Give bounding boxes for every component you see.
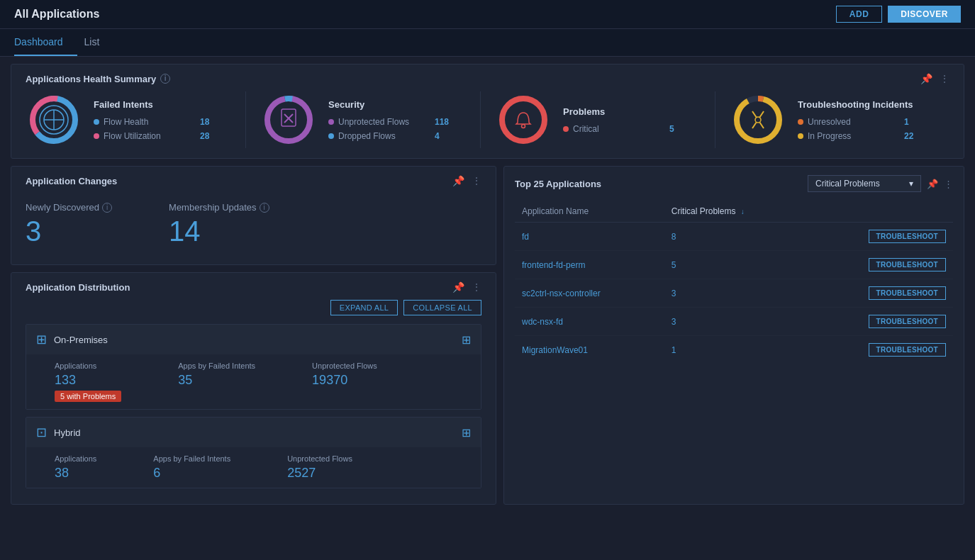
hybrid-apps-failed: Apps by Failed Intents 6: [153, 454, 230, 481]
tab-dashboard[interactable]: Dashboard: [14, 29, 77, 56]
pin-icon[interactable]: 📌: [920, 73, 932, 84]
flow-health-value: 18: [200, 117, 209, 127]
hybrid-applications: Applications 38: [55, 454, 96, 481]
flow-health-dot: [94, 119, 99, 125]
app-changes-pin-icon[interactable]: 📌: [452, 175, 464, 186]
critical-count[interactable]: 1: [672, 345, 676, 355]
dropped-flows-label: Dropped Flows: [338, 131, 430, 141]
col-actions: [805, 201, 953, 223]
newly-discovered-metric: Newly Discovered i 3: [26, 202, 112, 247]
troubleshooting-title: Troubleshooting Incidents: [798, 99, 913, 110]
membership-updates-info-icon[interactable]: i: [260, 203, 269, 213]
unresolved-dot: [798, 119, 803, 125]
unresolved-row: Unresolved 1: [798, 117, 913, 127]
app-name-link[interactable]: frontend-fd-perm: [522, 260, 585, 270]
unresolved-value: 1: [904, 117, 909, 127]
flow-utilization-value: 28: [200, 131, 209, 141]
top25-more-icon[interactable]: ⋮: [944, 179, 953, 189]
membership-updates-metric: Membership Updates i 14: [169, 202, 269, 247]
critical-dot: [563, 126, 569, 132]
flow-utilization-label: Flow Utilization: [104, 131, 196, 141]
problems-donut: [495, 91, 552, 148]
on-premises-group: ⊞ On-Premises ⊞ Applications 133 5 with …: [26, 324, 481, 410]
dist-actions: EXPAND ALL COLLAPSE ALL: [26, 300, 481, 315]
top25-pin-icon[interactable]: 📌: [927, 179, 938, 189]
security-donut: [260, 91, 317, 148]
troubleshoot-button[interactable]: TROUBLESHOOT: [869, 315, 947, 328]
hybrid-icon: ⊡: [36, 425, 47, 440]
app-name-cell: MigrationWave01: [515, 336, 664, 364]
discover-button[interactable]: DISCOVER: [888, 6, 961, 23]
flow-health-row: Flow Health 18: [94, 117, 209, 127]
bottom-row: Application Changes 📌 ⋮ Newly Discovered…: [11, 166, 964, 505]
critical-count[interactable]: 3: [672, 289, 676, 298]
flow-health-label: Flow Health: [104, 117, 196, 127]
failed-intents-donut: [26, 91, 82, 148]
tab-list[interactable]: List: [84, 29, 114, 56]
critical-count[interactable]: 5: [672, 260, 676, 270]
on-premises-expand-btn[interactable]: ⊞: [462, 333, 471, 347]
app-name-cell: sc2ctrl-nsx-controller: [515, 279, 664, 308]
troubleshoot-button[interactable]: TROUBLESHOOT: [869, 258, 947, 271]
security-title: Security: [328, 99, 449, 110]
more-icon[interactable]: ⋮: [940, 73, 949, 84]
health-summary-info-icon[interactable]: i: [160, 74, 170, 84]
on-premises-metrics: Applications 133 5 with Problems Apps by…: [26, 354, 481, 409]
in-progress-value: 22: [904, 131, 913, 141]
hybrid-expand-btn[interactable]: ⊞: [462, 426, 471, 439]
health-summary-header: Applications Health Summary i 📌 ⋮: [26, 73, 949, 84]
app-name-link[interactable]: fd: [522, 232, 529, 242]
add-button[interactable]: ADD: [836, 6, 883, 23]
troubleshoot-button[interactable]: TROUBLESHOOT: [869, 343, 947, 357]
unprotected-flows-dot: [328, 119, 334, 125]
troubleshoot-button[interactable]: TROUBLESHOOT: [869, 286, 947, 300]
collapse-all-button[interactable]: COLLAPSE ALL: [403, 300, 481, 315]
troubleshooting-section: Troubleshooting Incidents Unresolved 1 I…: [730, 91, 949, 148]
header-buttons: ADD DISCOVER: [836, 6, 961, 23]
critical-value: 5: [669, 124, 674, 134]
svg-point-15: [522, 125, 525, 128]
troubleshoot-cell: TROUBLESHOOT: [805, 308, 953, 336]
troubleshoot-cell: TROUBLESHOOT: [805, 336, 953, 364]
app-name-link[interactable]: MigrationWave01: [522, 345, 588, 355]
app-name-link[interactable]: wdc-nsx-fd: [522, 317, 563, 327]
top25-header: Top 25 Applications Critical Problems ▾ …: [515, 175, 953, 192]
expand-all-button[interactable]: EXPAND ALL: [330, 300, 398, 315]
app-dist-pin-icon[interactable]: 📌: [452, 281, 464, 293]
table-row: frontend-fd-perm 5 TROUBLESHOOT: [515, 251, 953, 279]
top25-card: Top 25 Applications Critical Problems ▾ …: [503, 166, 964, 505]
col-critical-problems[interactable]: Critical Problems ↓: [664, 201, 805, 223]
newly-discovered-label: Newly Discovered i: [26, 202, 112, 213]
top-header: All Applications ADD DISCOVER: [0, 0, 975, 29]
table-row: wdc-nsx-fd 3 TROUBLESHOOT: [515, 308, 953, 336]
top25-table: Application Name Critical Problems ↓ fd …: [515, 201, 953, 364]
health-metrics: Failed Intents Flow Health 18 Flow Utili…: [26, 91, 949, 148]
health-summary-card: Applications Health Summary i 📌 ⋮: [11, 64, 964, 159]
security-labels: Security Unprotected Flows 118 Dropped F…: [328, 99, 449, 141]
app-changes-more-icon[interactable]: ⋮: [472, 175, 481, 186]
svg-point-21: [755, 117, 761, 123]
critical-count[interactable]: 3: [672, 317, 676, 327]
hybrid-metrics: Applications 38 Apps by Failed Intents 6…: [26, 447, 481, 488]
flow-utilization-row: Flow Utilization 28: [94, 131, 209, 141]
newly-discovered-info-icon[interactable]: i: [102, 203, 112, 213]
critical-count[interactable]: 8: [672, 232, 676, 242]
in-progress-label: In Progress: [808, 131, 900, 141]
on-premises-icon: ⊞: [36, 332, 47, 347]
app-dist-actions: 📌 ⋮: [452, 281, 481, 293]
top25-dropdown[interactable]: Critical Problems ▾: [808, 175, 921, 192]
membership-updates-value: 14: [169, 215, 269, 247]
app-dist-more-icon[interactable]: ⋮: [472, 281, 481, 293]
app-changes-actions: 📌 ⋮: [452, 175, 481, 186]
app-dist-header: Application Distribution 📌 ⋮: [26, 281, 481, 293]
troubleshoot-button[interactable]: TROUBLESHOOT: [869, 230, 947, 243]
top25-title: Top 25 Applications: [515, 179, 601, 189]
dropped-flows-row: Dropped Flows 4: [328, 131, 449, 141]
critical-value-cell: 3: [664, 279, 805, 308]
on-premises-apps-failed: Apps by Failed Intents 35: [178, 362, 255, 402]
critical-label: Critical: [573, 124, 665, 134]
app-name-link[interactable]: sc2ctrl-nsx-controller: [522, 289, 601, 298]
hybrid-title: ⊡ Hybrid: [36, 425, 81, 440]
troubleshoot-cell: TROUBLESHOOT: [805, 251, 953, 279]
in-progress-row: In Progress 22: [798, 131, 913, 141]
